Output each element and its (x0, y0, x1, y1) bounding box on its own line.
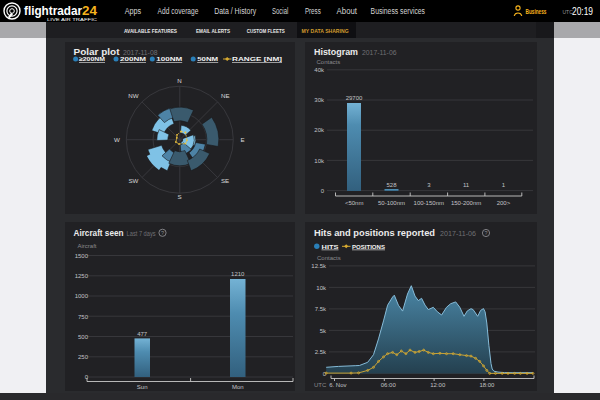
svg-text:1: 1 (502, 182, 506, 188)
svg-text:50NM: 50NM (197, 56, 218, 62)
svg-text:10k: 10k (316, 285, 327, 291)
svg-text:Add coverage: Add coverage (158, 6, 199, 16)
svg-text:N: N (177, 77, 181, 84)
svg-text:528: 528 (386, 182, 397, 188)
svg-text:Data / History: Data / History (214, 6, 257, 16)
svg-text:Sun: Sun (137, 384, 148, 390)
svg-text:50-100nm: 50-100nm (378, 200, 405, 206)
svg-text:Social: Social (272, 6, 289, 16)
svg-text:About: About (337, 6, 358, 16)
svg-text:SW: SW (128, 177, 138, 184)
svg-text:2017-11-06: 2017-11-06 (440, 230, 476, 237)
svg-text:Business services: Business services (371, 6, 425, 16)
svg-text:200>: 200> (497, 200, 511, 206)
svg-text:500: 500 (78, 334, 89, 340)
svg-text:12.5k: 12.5k (311, 263, 327, 269)
svg-text:29700: 29700 (346, 95, 363, 101)
svg-text:EMAIL ALERTS: EMAIL ALERTS (196, 28, 230, 34)
svg-text:40k: 40k (314, 67, 325, 73)
svg-text:POSITIONS: POSITIONS (352, 244, 385, 250)
svg-text:06:00: 06:00 (381, 382, 397, 388)
svg-text:Aircraft: Aircraft (78, 243, 97, 249)
svg-text:Polar plot: Polar plot (74, 46, 121, 57)
svg-text:Contacts: Contacts (317, 255, 341, 261)
svg-text:Last 7 days: Last 7 days (127, 230, 157, 238)
svg-text:20k: 20k (314, 127, 325, 133)
svg-text:NE: NE (221, 92, 230, 99)
svg-text:Business: Business (526, 8, 547, 15)
svg-text:3: 3 (427, 182, 431, 188)
svg-text:HITS: HITS (322, 244, 339, 250)
svg-text:<50nm: <50nm (345, 200, 364, 206)
svg-text:≥200NM: ≥200NM (79, 56, 105, 62)
svg-text:?: ? (484, 230, 487, 236)
svg-text:MY DATA SHARING: MY DATA SHARING (302, 28, 349, 34)
svg-text:S: S (178, 193, 182, 200)
svg-text:100-150nm: 100-150nm (414, 200, 444, 206)
svg-text:1250: 1250 (75, 273, 89, 279)
svg-text:30k: 30k (314, 97, 325, 103)
svg-text:Hits and positions reported: Hits and positions reported (314, 227, 435, 238)
svg-text:Press: Press (305, 6, 321, 16)
svg-text:RANGE [NM]: RANGE [NM] (232, 56, 282, 62)
svg-text:20:19: 20:19 (572, 6, 593, 17)
svg-text:150-200nm: 150-200nm (451, 200, 481, 206)
svg-text:W: W (114, 136, 120, 143)
svg-text:750: 750 (78, 314, 89, 320)
svg-text:0: 0 (323, 371, 327, 377)
svg-text:2.5k: 2.5k (315, 349, 327, 355)
svg-text:?: ? (161, 230, 164, 236)
svg-text:477: 477 (137, 331, 148, 337)
svg-text:1500: 1500 (75, 253, 89, 259)
svg-text:CUSTOM FLEETS: CUSTOM FLEETS (247, 28, 285, 34)
svg-text:Histogram: Histogram (314, 46, 358, 57)
svg-text:12:00: 12:00 (430, 382, 446, 388)
svg-text:250: 250 (78, 354, 89, 360)
svg-text:E: E (241, 136, 245, 143)
svg-text:100NM: 100NM (156, 56, 182, 62)
svg-text:6. Nov: 6. Nov (329, 382, 346, 388)
svg-text:200NM: 200NM (120, 56, 146, 62)
svg-text:1210: 1210 (231, 271, 245, 277)
svg-text:Aircraft seen: Aircraft seen (74, 227, 124, 238)
svg-text:SE: SE (221, 177, 229, 184)
svg-text:0: 0 (321, 188, 325, 194)
svg-text:LIVE AIR TRAFFIC: LIVE AIR TRAFFIC (47, 17, 97, 22)
svg-text:2017-11-08: 2017-11-08 (123, 49, 158, 56)
svg-text:2017-11-06: 2017-11-06 (362, 49, 397, 56)
svg-text:11: 11 (463, 182, 470, 188)
svg-text:Apps: Apps (125, 6, 142, 16)
svg-text:UTC: UTC (314, 382, 327, 388)
svg-text:AVAILABLE FEATURES: AVAILABLE FEATURES (124, 28, 177, 34)
svg-text:NW: NW (128, 92, 138, 99)
svg-text:1000: 1000 (75, 293, 89, 299)
svg-text:Contacts: Contacts (317, 59, 341, 65)
svg-text:Mon: Mon (232, 384, 244, 390)
svg-text:7.5k: 7.5k (315, 306, 327, 312)
svg-text:10k: 10k (314, 158, 325, 164)
svg-text:5k: 5k (320, 328, 327, 334)
svg-text:18:00: 18:00 (479, 382, 495, 388)
